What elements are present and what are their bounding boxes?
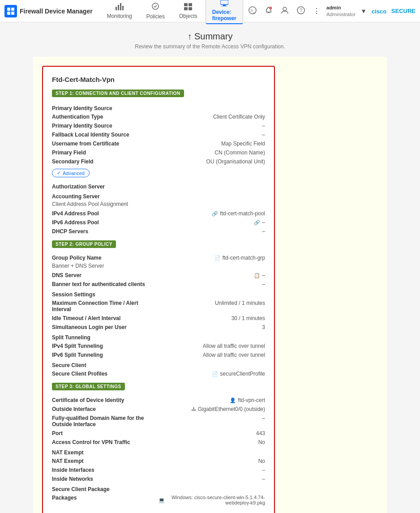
svg-rect-6 [120,3,121,10]
terminal-icon[interactable]: >_ [247,4,258,18]
dns-server-value: 📋 – [159,272,265,278]
app-title: Firewall Device Manager [20,8,93,15]
packages-icon: 💻 [159,497,165,503]
svg-text:>_: >_ [250,8,256,13]
idle-timeout-label: Idle Timeout / Alert Interval [52,315,159,321]
secure-client-profiles-icon: 📄 [212,371,218,377]
policies-icon [152,3,159,13]
secondary-field-label: Secondary Field [52,158,159,165]
nav-device[interactable]: Device: firepower [206,0,243,24]
field-primary-identity: Primary Identity Source – [52,121,265,130]
nat-exempt-section-label: NAT Exempt [52,447,265,457]
field-group-policy-name: Group Policy Name 📄 ftd-cert-match-grp [52,253,265,262]
group-policy-value: 📄 ftd-cert-match-grp [159,255,265,261]
page-header: ↑ Summary Review the summary of the Remo… [135,31,285,50]
secure-client-label: Secure Client [52,359,265,369]
field-banner-text: Banner text for authenticated clients – [52,280,265,289]
ipv6-pool-value: 🔗 – [159,219,265,226]
field-inside-networks: Inside Networks – [52,475,265,483]
cert-identity-icon: 👤 [230,398,236,403]
secure-client-profiles-value: 📄 secureClientProfile [159,371,265,377]
accounting-server-label: Accounting Server [52,191,265,201]
page-title: ↑ Summary [135,31,285,42]
secure-client-profiles-label: Secure Client Profiles [52,371,159,377]
advanced-label: Advanced [63,171,85,176]
client-pool-label: Client Address Pool Assignment [52,201,265,209]
ipv4-split-value: Allow all traffic over tunnel [159,343,265,349]
access-control-value: No [159,439,265,445]
nav-device-label: Device: firepower [212,9,236,21]
svg-rect-1 [11,8,14,11]
user-info: admin Administrator [326,4,356,17]
inside-interfaces-label: Inside Interfaces [52,467,159,473]
summary-card: Ftd-Cert-Match-Vpn STEP 1: CONNECTION AN… [42,66,275,513]
advanced-button[interactable]: ✓ Advanced [52,169,90,177]
user-dropdown-icon[interactable]: ▾ [360,5,367,17]
svg-rect-15 [222,6,227,6]
svg-text:!: ! [270,7,270,10]
max-connection-label: Maximum Connection Time / Alert Interval [52,300,159,312]
secure-label: SECURE [391,8,416,14]
field-inside-interfaces: Inside Interfaces – [52,466,265,475]
port-label: Port [52,430,159,436]
cert-identity-value: 👤 ftd-vpn-cert [159,397,265,403]
ipv4-split-label: IPv4 Split Tunneling [52,343,159,349]
username-cert-value: Map Specific Field [159,141,265,147]
banner-text-value: – [159,281,265,287]
outside-interface-icon: 🖧 [191,406,196,412]
banner-dns-label: Banner + DNS Server [52,262,265,271]
field-primary-field: Primary Field CN (Common Name) [52,148,265,157]
fqdn-value: – [159,415,265,421]
nav-monitoring-label: Monitoring [107,13,132,19]
access-control-label: Access Control for VPN Traffic [52,439,159,445]
outside-interface-value: 🖧 GigabitEthernet0/0 (outside) [159,406,265,412]
packages-value: 💻 Windows: cisco-secure-client-win-5.1.4… [159,495,265,505]
secondary-field-value: OU (Organisational Unit) [159,158,265,165]
ipv6-pool-label: IPv6 Address Pool [52,219,159,226]
nat-exempt-value: No [159,458,265,464]
card-title: Ftd-Cert-Match-Vpn [52,76,265,83]
inside-networks-label: Inside Networks [52,476,159,482]
field-idle-timeout: Idle Timeout / Alert Interval 30 / 1 min… [52,314,265,323]
svg-rect-10 [189,3,192,6]
secure-client-pkg-label: Secure Client Package [52,483,265,493]
primary-identity-value: – [159,123,265,129]
step1-badge: STEP 1: CONNECTION AND CLIENT CONFIGURAT… [52,90,184,97]
nav-policies-label: Policies [146,13,165,20]
packages-label: Packages [52,495,159,501]
session-settings-label: Session Settings [52,289,265,299]
simultaneous-login-label: Simultaneous Login per User [52,324,159,330]
nav-policies[interactable]: Policies [140,0,171,22]
auth-type-label: Authentication Type [52,114,159,120]
svg-rect-2 [7,12,10,15]
svg-rect-5 [118,5,119,10]
more-icon[interactable]: ⋮ [311,5,322,17]
primary-identity-label: Primary Identity Source [52,123,159,129]
outside-interface-label: Outside Interface [52,406,159,412]
svg-rect-18 [268,12,270,13]
svg-point-21 [283,7,287,11]
banner-text-label: Banner text for authenticated clients [52,281,159,287]
port-value: 443 [159,430,265,436]
cert-identity-label: Certificate of Device Identity [52,397,159,403]
field-dhcp: DHCP Servers – [52,227,265,236]
dhcp-label: DHCP Servers [52,228,159,235]
objects-icon [184,3,192,12]
nav-objects-label: Objects [179,13,197,19]
field-packages: Packages 💻 Windows: cisco-secure-client-… [52,493,265,507]
notification-icon[interactable]: ! [263,4,274,18]
dhcp-value: – [159,228,265,235]
field-simultaneous-login: Simultaneous Login per User 3 [52,323,265,332]
help-icon[interactable]: ? [295,4,307,18]
idle-timeout-value: 30 / 1 minutes [159,315,265,321]
field-port: Port 443 [52,429,265,438]
inside-networks-value: – [159,476,265,482]
field-secondary-field: Secondary Field OU (Organisational Unit) [52,157,265,166]
primary-field-label: Primary Field [52,150,159,156]
fallback-identity-label: Fallback Local Identity Source [52,132,159,138]
nav-monitoring[interactable]: Monitoring [101,0,138,22]
nav-objects[interactable]: Objects [173,0,204,22]
svg-rect-7 [122,6,124,10]
user-icon[interactable] [279,4,291,18]
fqdn-label: Fully-qualified Domain Name for the Outs… [52,415,159,428]
